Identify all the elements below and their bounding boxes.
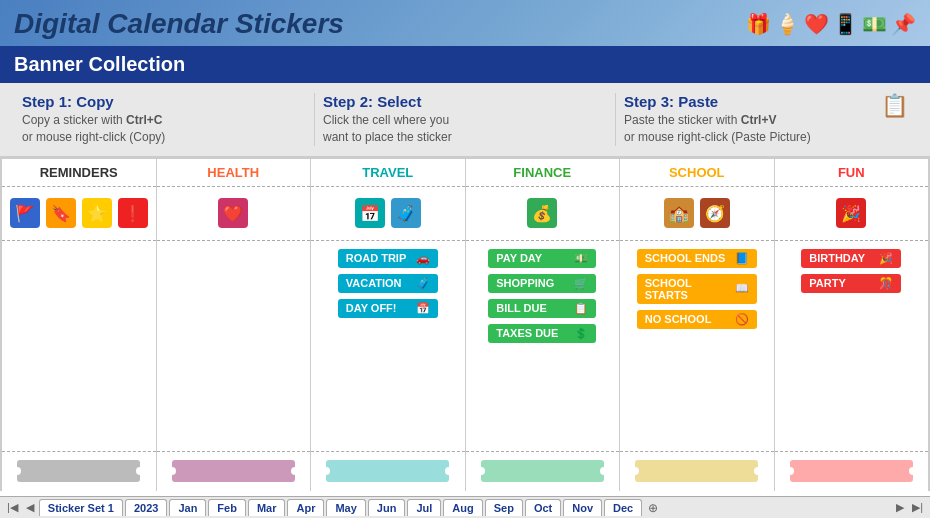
- luggage-icon: 🧳: [391, 198, 421, 228]
- step-2-number: Step 2:: [323, 93, 373, 110]
- header-decorative-icons: 🎁 🍦 ❤️ 📱 💵 📌: [746, 12, 916, 36]
- step-3-label: Step 3: Paste: [624, 93, 811, 110]
- school-building-icon: 🏫: [664, 198, 694, 228]
- phone-icon: 📱: [833, 12, 858, 36]
- school-starts-icon: 📖: [735, 282, 749, 295]
- col-school-bottom: [620, 451, 774, 491]
- school-starts-sticker: SCHOOL STARTS 📖: [637, 274, 757, 304]
- day-off-sticker: DAY OFF! 📅: [338, 299, 438, 318]
- tab-apr[interactable]: Apr: [287, 499, 324, 516]
- tab-jun[interactable]: Jun: [368, 499, 406, 516]
- paste-icon: 📋: [881, 93, 908, 119]
- travel-ticket: [326, 460, 449, 482]
- vacation-label: VACATION: [346, 277, 402, 289]
- tab-nav-prev[interactable]: ◀: [23, 501, 37, 514]
- tab-nav-next[interactable]: ▶: [893, 501, 907, 514]
- steps-bar: Step 1: Copy Copy a sticker with Ctrl+Co…: [0, 83, 930, 157]
- col-reminders: REMINDERS 🚩 🔖 ⭐ ❗: [0, 159, 157, 491]
- col-health-stickers: [157, 241, 311, 451]
- col-reminders-icons: 🚩 🔖 ⭐ ❗: [2, 187, 156, 241]
- tab-2023[interactable]: 2023: [125, 499, 167, 516]
- flag-icon: 🚩: [10, 198, 40, 228]
- party-icon: 🎉: [836, 198, 866, 228]
- bookmark-icon: 🔖: [46, 198, 76, 228]
- step-2-action: Select: [377, 93, 421, 110]
- tab-nav-prev-prev[interactable]: |◀: [4, 501, 21, 514]
- taxes-due-icon: 💲: [574, 327, 588, 340]
- tab-aug[interactable]: Aug: [443, 499, 482, 516]
- school-ends-icon: 📘: [735, 252, 749, 265]
- school-starts-label: SCHOOL STARTS: [645, 277, 735, 301]
- col-travel-bottom: [311, 451, 465, 491]
- tab-nov[interactable]: Nov: [563, 499, 602, 516]
- health-ticket: [172, 460, 295, 482]
- col-fun-icons: 🎉: [775, 187, 929, 241]
- shopping-icon: 🛒: [574, 277, 588, 290]
- tab-jul[interactable]: Jul: [407, 499, 441, 516]
- col-health: HEALTH ❤️: [157, 159, 312, 491]
- col-school-stickers: SCHOOL ENDS 📘 SCHOOL STARTS 📖 NO SCHOOL …: [620, 241, 774, 451]
- school-ticket: [635, 460, 758, 482]
- bill-due-icon: 📋: [574, 302, 588, 315]
- col-reminders-stickers: [2, 241, 156, 451]
- app-title: Digital Calendar Stickers: [14, 8, 344, 40]
- party-sticker: PARTY 🎊: [801, 274, 901, 293]
- step-3-number: Step 3:: [624, 93, 674, 110]
- no-school-label: NO SCHOOL: [645, 313, 712, 325]
- tab-sticker-set-1[interactable]: Sticker Set 1: [39, 499, 123, 516]
- day-off-label: DAY OFF!: [346, 302, 397, 314]
- heart-health-icon: ❤️: [218, 198, 248, 228]
- step-1-number: Step 1:: [22, 93, 72, 110]
- tab-may[interactable]: May: [326, 499, 365, 516]
- tab-feb[interactable]: Feb: [208, 499, 246, 516]
- pin-icon: 📌: [891, 12, 916, 36]
- vacation-sticker: VACATION 🧳: [338, 274, 438, 293]
- step-2-label: Step 2: Select: [323, 93, 607, 110]
- add-tab-icon[interactable]: ⊕: [648, 501, 658, 515]
- col-travel-header: TRAVEL: [311, 159, 465, 187]
- banner-bar: Banner Collection: [0, 46, 930, 83]
- col-finance-header: FINANCE: [466, 159, 620, 187]
- tab-sep[interactable]: Sep: [485, 499, 523, 516]
- tab-mar[interactable]: Mar: [248, 499, 286, 516]
- pay-day-sticker: PAY DAY 💵: [488, 249, 596, 268]
- birthday-sticker: BIRTHDAY 🎉: [801, 249, 901, 268]
- tab-jan[interactable]: Jan: [169, 499, 206, 516]
- step-3-desc: Paste the sticker with Ctrl+Vor mouse ri…: [624, 112, 811, 146]
- reminder-ticket: [17, 460, 140, 482]
- pay-day-icon: 💵: [574, 252, 588, 265]
- money-icon: 💵: [862, 12, 887, 36]
- col-health-header: HEALTH: [157, 159, 311, 187]
- tab-nav-next-next[interactable]: ▶|: [909, 501, 926, 514]
- calendar-travel-icon: 📅: [355, 198, 385, 228]
- party-icon: 🎊: [879, 277, 893, 290]
- school-ends-label: SCHOOL ENDS: [645, 252, 725, 264]
- step-3: Step 3: Paste Paste the sticker with Ctr…: [616, 93, 916, 146]
- birthday-label: BIRTHDAY: [809, 252, 865, 264]
- step-1-action: Copy: [76, 93, 114, 110]
- heart-icon: ❤️: [804, 12, 829, 36]
- bill-due-sticker: BILL DUE 📋: [488, 299, 596, 318]
- school-ends-sticker: SCHOOL ENDS 📘: [637, 249, 757, 268]
- step-3-action: Paste: [678, 93, 718, 110]
- step-2: Step 2: Select Click the cell where youw…: [315, 93, 616, 146]
- col-finance-bottom: [466, 451, 620, 491]
- compass-icon: 🧭: [700, 198, 730, 228]
- taxes-due-label: TAXES DUE: [496, 327, 558, 339]
- shopping-sticker: SHOPPING 🛒: [488, 274, 596, 293]
- tab-dec[interactable]: Dec: [604, 499, 642, 516]
- col-reminders-header: REMINDERS: [2, 159, 156, 187]
- road-trip-label: ROAD TRIP: [346, 252, 407, 264]
- col-travel-stickers: ROAD TRIP 🚗 VACATION 🧳 DAY OFF! 📅: [311, 241, 465, 451]
- star-icon: ⭐: [82, 198, 112, 228]
- col-travel-icons: 📅 🧳: [311, 187, 465, 241]
- tab-oct[interactable]: Oct: [525, 499, 561, 516]
- road-trip-sticker: ROAD TRIP 🚗: [338, 249, 438, 268]
- taxes-due-sticker: TAXES DUE 💲: [488, 324, 596, 343]
- gift-icon: 🎁: [746, 12, 771, 36]
- col-fun-bottom: [775, 451, 929, 491]
- col-travel: TRAVEL 📅 🧳 ROAD TRIP 🚗 VACATION 🧳 DAY OF…: [311, 159, 466, 491]
- step-1-label: Step 1: Copy: [22, 93, 306, 110]
- no-school-icon: 🚫: [735, 313, 749, 326]
- step-1: Step 1: Copy Copy a sticker with Ctrl+Co…: [14, 93, 315, 146]
